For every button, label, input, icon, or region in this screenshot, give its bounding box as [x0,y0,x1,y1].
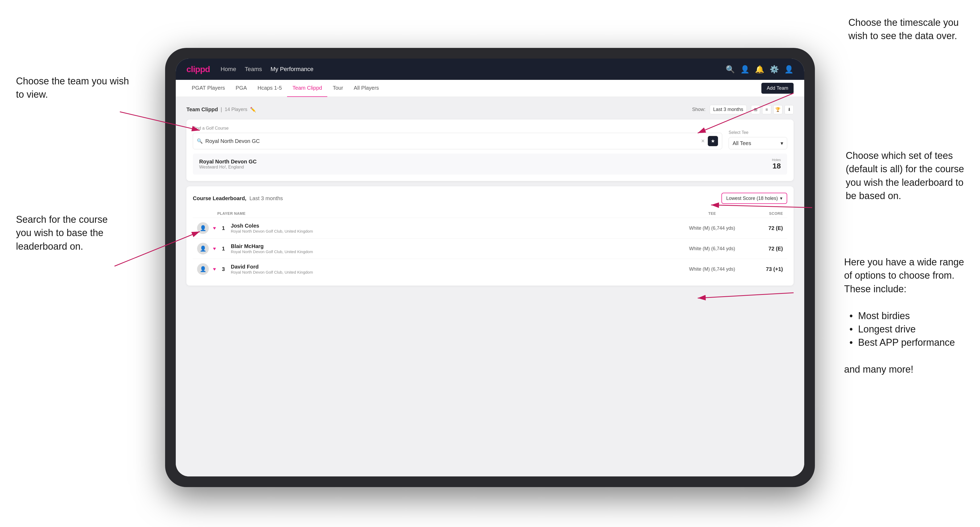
favorite-icon[interactable]: ♥ [213,267,216,272]
favorite-icon[interactable]: ♥ [213,225,216,231]
leaderboard-title: Course Leaderboard, Last 3 months [193,195,283,202]
table-row: 👤 ♥ 3 David Ford Royal North Devon Golf … [193,259,787,279]
content-area: Team Clippd | 14 Players ✏️ Show: Last 3… [176,97,804,476]
holes-label: Holes [772,158,781,162]
tab-pga[interactable]: PGA [231,80,252,97]
tablet-screen: clippd Home Teams My Performance 🔍 👤 🔔 ⚙… [176,59,804,476]
tab-tour[interactable]: Tour [327,80,348,97]
grid-view-btn[interactable]: ⊞ [751,105,760,114]
search-inner-icon: 🔍 [197,138,203,144]
rank-number: 1 [220,225,227,231]
favorite-icon[interactable]: ♥ [213,246,216,252]
tee-info: White (M) (6,744 yds) [678,225,747,231]
score-info: 73 (+1) [751,266,783,272]
holes-number: 18 [772,162,781,170]
table-row: 👤 ♥ 1 Josh Coles Royal North Devon Golf … [193,218,787,238]
course-name: Royal North Devon GC [199,159,257,165]
player-info: David Ford Royal North Devon Golf Club, … [231,264,673,275]
course-search-group: Find a Golf Course 🔍 Royal North Devon G… [193,126,722,149]
tab-team-clippd[interactable]: Team Clippd [287,80,327,97]
tee-select-group: Select Tee All Tees ▾ [729,130,787,149]
sub-navbar: PGAT Players PGA Hcaps 1-5 Team Clippd T… [176,80,804,97]
player-name: Blair McHarg [231,243,673,249]
th-score: SCORE [751,211,783,216]
tee-select[interactable]: All Tees ▾ [729,137,787,149]
player-club: Royal North Devon Golf Club, United King… [231,270,673,275]
tablet-frame: clippd Home Teams My Performance 🔍 👤 🔔 ⚙… [165,48,815,487]
course-search-wrapper: 🔍 Royal North Devon GC ✕ ★ [193,133,722,149]
table-row: 👤 ♥ 1 Blair McHarg Royal North Devon Gol… [193,238,787,259]
list-view-btn[interactable]: ≡ [762,105,771,114]
score-info: 72 (E) [751,246,783,252]
tee-label: Select Tee [729,130,787,135]
edit-team-icon[interactable]: ✏️ [250,107,256,113]
app-navbar: clippd Home Teams My Performance 🔍 👤 🔔 ⚙… [176,59,804,80]
annotation-top-left: Choose the team you wish to view. [16,75,133,102]
avatar: 👤 [197,222,209,234]
trophy-view-btn[interactable]: 🏆 [773,105,783,114]
team-name: Team Clippd [186,106,218,113]
nav-links: Home Teams My Performance [221,66,715,73]
annotation-middle-left: Search for the courseyou wish to base th… [16,213,108,253]
find-course-label: Find a Golf Course [193,126,722,131]
add-team-button[interactable]: Add Team [761,83,794,94]
rank-number: 1 [220,246,227,252]
star-button[interactable]: ★ [708,136,718,146]
download-btn[interactable]: ⬇ [784,105,794,114]
view-icons: ⊞ ≡ 🏆 ⬇ [751,105,794,114]
tee-chevron-icon: ▾ [781,140,783,146]
course-search-input[interactable]: Royal North Devon GC [205,138,698,144]
player-count-label: 14 Players [225,107,247,112]
leaderboard-header: Course Leaderboard, Last 3 months Lowest… [193,193,787,204]
th-tee: TEE [678,211,747,216]
nav-icons: 🔍 👤 🔔 ⚙️ 👤 [725,65,794,74]
leaderboard-thead: PLAYER NAME TEE SCORE [193,209,787,218]
rank-number: 3 [220,266,227,272]
player-name: Josh Coles [231,223,673,229]
tab-all-players[interactable]: All Players [348,80,384,97]
show-dropdown[interactable]: Last 3 months [710,105,747,114]
avatar: 👤 [197,263,209,275]
player-name: David Ford [231,264,673,270]
annotation-right-middle: Choose which set of tees(default is all)… [846,149,964,203]
player-club: Royal North Devon Golf Club, United King… [231,249,673,254]
search-icon[interactable]: 🔍 [725,65,735,74]
team-title: Team Clippd | 14 Players ✏️ [186,106,256,113]
player-count: | [221,106,222,113]
tee-value: All Tees [733,140,751,146]
notification-icon[interactable]: 🔔 [755,65,764,74]
avatar: 👤 [197,243,209,254]
course-info: Royal North Devon GC Westward Ho!, Engla… [199,159,257,170]
nav-link-teams[interactable]: Teams [245,66,262,73]
course-location: Westward Ho!, England [199,165,257,170]
nav-link-myperformance[interactable]: My Performance [270,66,313,73]
avatar-icon[interactable]: 👤 [784,65,794,74]
settings-icon[interactable]: ⚙️ [770,65,779,74]
score-info: 72 (E) [751,225,783,231]
search-row: Find a Golf Course 🔍 Royal North Devon G… [193,126,787,149]
player-club: Royal North Devon Golf Club, United King… [231,229,673,233]
annotation-top-right: Choose the timescale youwish to see the … [848,16,959,43]
annotation-bottom-right: Here you have a wide rangeof options to … [844,256,964,376]
tee-info: White (M) (6,744 yds) [678,267,747,272]
team-header: Team Clippd | 14 Players ✏️ Show: Last 3… [186,105,794,114]
clear-search-btn[interactable]: ✕ [701,138,705,144]
tab-pgat-players[interactable]: PGAT Players [186,80,231,97]
score-type-button[interactable]: Lowest Score (18 holes) ▾ [721,193,787,204]
tab-hcaps[interactable]: Hcaps 1-5 [252,80,287,97]
th-player: PLAYER NAME [217,211,673,216]
player-info: Josh Coles Royal North Devon Golf Club, … [231,223,673,233]
search-card: Find a Golf Course 🔍 Royal North Devon G… [186,119,794,181]
course-result: Royal North Devon GC Westward Ho!, Engla… [193,154,787,175]
holes-badge: Holes 18 [772,158,781,170]
score-type-chevron: ▾ [780,195,783,201]
th-rank [197,211,213,216]
profile-icon[interactable]: 👤 [740,65,749,74]
leaderboard-card: Course Leaderboard, Last 3 months Lowest… [186,186,794,286]
show-label: Show: [692,107,705,112]
show-controls: Show: Last 3 months ⊞ ≡ 🏆 ⬇ [692,105,794,114]
nav-link-home[interactable]: Home [221,66,236,73]
player-info: Blair McHarg Royal North Devon Golf Club… [231,243,673,254]
app-logo: clippd [186,64,210,74]
score-type-label: Lowest Score (18 holes) [726,195,778,201]
